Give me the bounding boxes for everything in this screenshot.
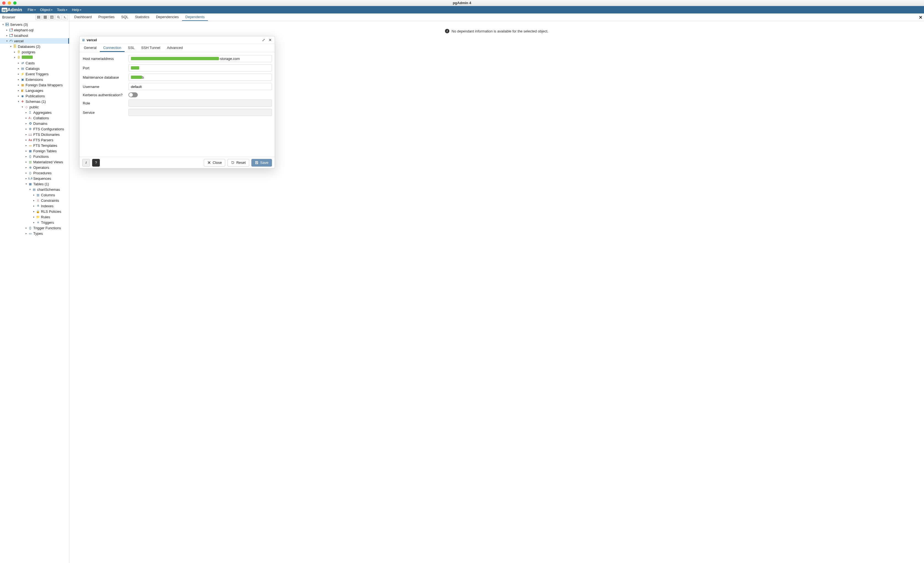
menu-tools[interactable]: Tools▾ — [55, 6, 70, 13]
chevron-right-icon: ▸ — [32, 210, 36, 213]
dialog-footer: i ? Close Reset Save — [80, 157, 275, 168]
tree-node-columns[interactable]: ▸▥Columns — [0, 192, 69, 198]
tree-node-operators[interactable]: ▸⊕Operators — [0, 165, 69, 170]
chevron-right-icon: ▸ — [32, 216, 36, 218]
tree-table-chartschemas[interactable]: ▾▤chartSchemas — [0, 187, 69, 192]
tree-node-fts-configurations[interactable]: ▸⚙FTS Configurations — [0, 126, 69, 132]
tree-item-label: FTS Configurations — [33, 127, 64, 131]
menu-object[interactable]: Object▾ — [38, 6, 55, 13]
tree-node-catalogs[interactable]: ▸▤Catalogs — [0, 66, 69, 71]
tree-node-casts[interactable]: ▸⇄Casts — [0, 60, 69, 66]
close-button[interactable]: Close — [204, 159, 225, 166]
tree-node-rls-policies[interactable]: ▸🔒RLS Policies — [0, 209, 69, 214]
tree-db-verceldb[interactable]: ▾🛢 — [0, 55, 69, 60]
close-button-label: Close — [213, 160, 222, 165]
tree-node-extensions[interactable]: ▸▣Extensions — [0, 77, 69, 82]
tree-node-functions[interactable]: ▸{}Functions — [0, 154, 69, 159]
tree-server-localhost[interactable]: ▸localhost — [0, 33, 69, 38]
main-tab-properties[interactable]: Properties — [95, 13, 118, 21]
main-tab-dependencies[interactable]: Dependencies — [153, 13, 182, 21]
main-tab-statistics[interactable]: Statistics — [132, 13, 153, 21]
tree-node-languages[interactable]: ▸◧Languages — [0, 88, 69, 93]
tree-node-event-triggers[interactable]: ▸⚡Event Triggers — [0, 71, 69, 77]
aggregates-icon: Σ — [28, 111, 33, 114]
database-icon: 🛢 — [16, 50, 21, 54]
dialog-tab-advanced[interactable]: Advanced — [164, 44, 186, 52]
columns-icon: ▥ — [36, 193, 40, 197]
tree-servers[interactable]: ▾Servers (3) — [0, 22, 69, 27]
database-icon: 🛢 — [16, 55, 21, 59]
tree-item-label — [22, 55, 33, 60]
operators-icon: ⊕ — [28, 166, 33, 169]
tree-schema-public[interactable]: ▾◇public — [0, 104, 69, 110]
dialog-tab-ssl[interactable]: SSL — [124, 44, 138, 52]
psql-tool-button[interactable] — [62, 15, 68, 20]
menu-help[interactable]: Help▾ — [70, 6, 84, 13]
tree-db-postgres[interactable]: ▸🛢postgres — [0, 49, 69, 55]
help-button[interactable]: ? — [92, 159, 100, 166]
kerberos-toggle[interactable] — [128, 92, 138, 97]
window-minimize-button[interactable] — [8, 1, 11, 4]
tree-node-fts-dictionaries[interactable]: ▸📖FTS Dictionaries — [0, 132, 69, 137]
tree-node-foreign-tables[interactable]: ▸▦Foreign Tables — [0, 148, 69, 154]
query-tool-button[interactable] — [36, 15, 42, 20]
main-tab-dashboard[interactable]: Dashboard — [71, 13, 95, 21]
tree-node-fts-parsers[interactable]: ▸AaFTS Parsers — [0, 137, 69, 143]
chevron-down-icon: ▾ — [80, 9, 81, 11]
tree-node-procedures[interactable]: ▸()Procedures — [0, 170, 69, 176]
role-input[interactable] — [128, 99, 272, 107]
search-objects-button[interactable] — [55, 15, 62, 20]
host-input[interactable]: -storage.com — [128, 55, 272, 62]
tree-node-aggregates[interactable]: ▸ΣAggregates — [0, 110, 69, 115]
functions-icon: {} — [28, 154, 33, 158]
tree-trigger-functions[interactable]: ▸{}Trigger Functions — [0, 225, 69, 231]
chevron-down-icon: ▾ — [51, 9, 52, 11]
tree-types[interactable]: ▸▭Types — [0, 231, 69, 236]
tree-node-indexes[interactable]: ▸≙Indexes — [0, 203, 69, 209]
tree-tables[interactable]: ▾▦Tables (1) — [0, 181, 69, 187]
tree-schemas[interactable]: ▾❖Schemas (1) — [0, 99, 69, 104]
tree-node-collations[interactable]: ▸A↓Collations — [0, 115, 69, 121]
tree-node-constraints[interactable]: ▸⟩⟨Constraints — [0, 198, 69, 203]
username-input[interactable] — [128, 83, 272, 90]
chevron-right-icon: ▸ — [24, 172, 28, 174]
dialog-tab-ssh-tunnel[interactable]: SSH Tunnel — [138, 44, 164, 52]
chevron-right-icon: ▸ — [24, 177, 28, 180]
tab-close-button[interactable]: ✕ — [919, 15, 922, 20]
main-tab-sql[interactable]: SQL — [118, 13, 132, 21]
window-close-button[interactable] — [2, 1, 6, 4]
main-panel: DashboardPropertiesSQLStatisticsDependen… — [69, 13, 924, 563]
tree-node-rules[interactable]: ▸📁Rules — [0, 214, 69, 220]
dialog-tabs: GeneralConnectionSSLSSH TunnelAdvanced — [80, 44, 275, 52]
service-input[interactable] — [128, 109, 272, 116]
dialog-close-button[interactable]: ✕ — [268, 38, 273, 42]
reset-button[interactable]: Reset — [227, 159, 249, 166]
tree-databases[interactable]: ▾🗄Databases (2) — [0, 44, 69, 49]
svg-rect-16 — [6, 25, 9, 26]
view-data-button[interactable] — [42, 15, 48, 20]
tree-node-materialized-views[interactable]: ▸▥Materialized Views — [0, 159, 69, 165]
object-tree[interactable]: ▾Servers (3)▸elephant-sql▸localhost▾verc… — [0, 21, 69, 563]
port-input[interactable] — [128, 64, 272, 72]
service-label: Service — [82, 111, 128, 115]
window-maximize-button[interactable] — [13, 1, 16, 4]
filtered-rows-button[interactable] — [49, 15, 55, 20]
dialog-tab-general[interactable]: General — [81, 44, 100, 52]
dialog-tab-connection[interactable]: Connection — [100, 44, 124, 52]
trigger-functions-icon: {} — [28, 226, 33, 230]
tree-node-fts-templates[interactable]: ▸▭FTS Templates — [0, 143, 69, 148]
tree-node-domains[interactable]: ▸✪Domains — [0, 121, 69, 126]
tree-node-foreign-data-wrappers[interactable]: ▸▦Foreign Data Wrappers — [0, 82, 69, 88]
menu-file[interactable]: File▾ — [26, 6, 38, 13]
tree-node-sequences[interactable]: ▸1..3Sequences — [0, 176, 69, 181]
maintenance-db-input[interactable]: b — [128, 74, 272, 81]
tree-node-publications[interactable]: ▸◉Publications — [0, 93, 69, 99]
save-button[interactable]: Save — [251, 159, 272, 166]
sql-info-button[interactable]: i — [82, 159, 90, 166]
dialog-expand-button[interactable]: ⤢ — [261, 38, 266, 42]
tree-server-vercel[interactable]: ▾vercel — [0, 38, 69, 44]
tree-node-triggers[interactable]: ▸✳Triggers — [0, 220, 69, 225]
publications-icon: ◉ — [20, 94, 25, 98]
main-tab-dependents[interactable]: Dependents — [182, 13, 208, 21]
tree-server-elephant[interactable]: ▸elephant-sql — [0, 27, 69, 33]
